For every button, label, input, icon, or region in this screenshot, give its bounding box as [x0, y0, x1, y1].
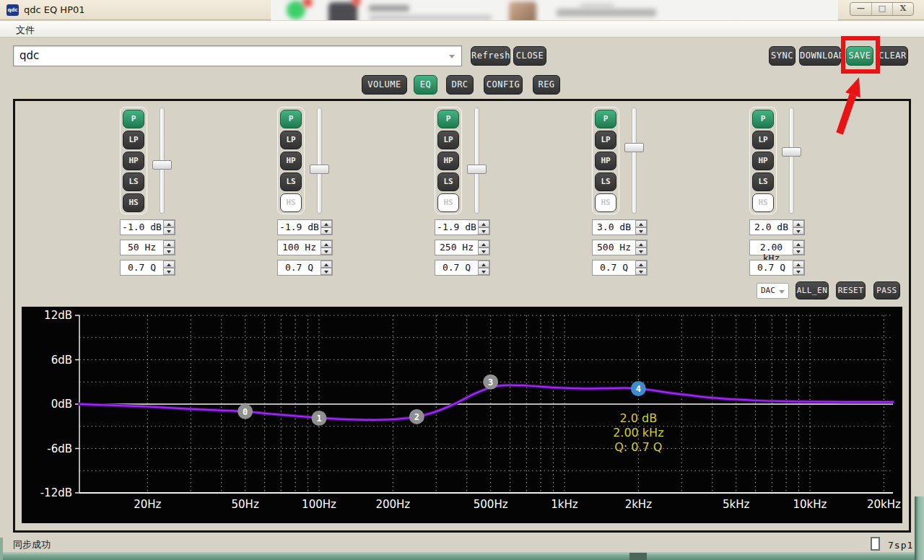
band2-gain-slider-track[interactable] [317, 108, 322, 214]
band5-freq-spinbox[interactable]: 2.00 kHz [749, 240, 805, 255]
band3-filter-hs[interactable]: HS [437, 193, 459, 212]
pass-button[interactable]: PASS [873, 281, 900, 299]
spin-down-button[interactable] [635, 268, 647, 275]
spin-down-button[interactable] [321, 268, 332, 275]
band4-freq-spinbox[interactable]: 500 Hz [592, 240, 648, 255]
band4-gain-slider-track[interactable] [632, 108, 637, 214]
spin-up-button[interactable] [635, 261, 647, 268]
close-window-button[interactable]: X [892, 3, 913, 15]
band1-filter-hp[interactable]: HP [123, 152, 144, 170]
band2-freq-spinbox[interactable]: 100 Hz [277, 240, 333, 255]
spin-up-button[interactable] [793, 240, 804, 248]
band2-gain-slider-handle[interactable] [310, 165, 329, 174]
band3-gain-slider-track[interactable] [474, 108, 479, 214]
download-button[interactable]: DOWNLOAD [799, 46, 841, 66]
spin-down-button[interactable] [793, 268, 804, 275]
spin-down-button[interactable] [478, 268, 489, 275]
band5-q-spinbox[interactable]: 0.7 Q [749, 260, 805, 276]
spin-down-button[interactable] [163, 227, 175, 235]
spin-down-button[interactable] [321, 248, 332, 255]
spin-up-button[interactable] [478, 261, 489, 268]
spin-up-button[interactable] [163, 220, 175, 227]
band2-filter-lp[interactable]: LP [280, 131, 302, 149]
band4-filter-hs[interactable]: HS [595, 193, 616, 212]
band1-filter-lp[interactable]: LP [123, 131, 144, 149]
tab-config[interactable]: CONFIG [484, 75, 523, 95]
spin-down-button[interactable] [163, 248, 175, 255]
band4-gain-slider-handle[interactable] [624, 143, 644, 152]
refresh-button[interactable]: Refresh [471, 46, 510, 66]
spin-up-button[interactable] [321, 220, 332, 227]
band1-q-spinbox[interactable]: 0.7 Q [120, 260, 175, 276]
tab-volume[interactable]: VOLUME [362, 75, 407, 95]
spin-down-button[interactable] [793, 248, 804, 255]
spin-up-button[interactable] [478, 220, 489, 227]
band1-filter-p[interactable]: P [123, 110, 144, 128]
band2-filter-ls[interactable]: LS [280, 172, 302, 191]
spin-up-button[interactable] [478, 240, 489, 248]
spin-up-button[interactable] [163, 240, 175, 248]
band5-filter-p[interactable]: P [752, 110, 774, 128]
spin-up-button[interactable] [635, 220, 647, 227]
band1-freq-spinbox[interactable]: 50 Hz [120, 240, 175, 255]
band5-gain-slider-track[interactable] [789, 108, 794, 214]
all-en-button[interactable]: ALL_EN [796, 281, 829, 299]
spin-up-button[interactable] [163, 261, 175, 268]
band3-filter-ls[interactable]: LS [437, 172, 459, 191]
band4-filter-lp[interactable]: LP [595, 131, 616, 149]
band3-filter-lp[interactable]: LP [437, 131, 459, 149]
band4-q-spinbox[interactable]: 0.7 Q [592, 260, 648, 276]
band1-gain-slider-handle[interactable] [152, 160, 172, 170]
band1-filter-hs[interactable]: HS [123, 193, 144, 212]
dac-combobox[interactable]: DAC [757, 283, 789, 299]
band3-gain-spinbox[interactable]: -1.9 dB [435, 219, 490, 235]
band4-filter-ls[interactable]: LS [595, 172, 616, 191]
band1-filter-ls[interactable]: LS [123, 172, 144, 191]
reset-button[interactable]: RESET [836, 281, 866, 299]
band4-filter-hp[interactable]: HP [595, 152, 616, 170]
spin-up-button[interactable] [635, 240, 647, 248]
spin-up-button[interactable] [793, 261, 804, 268]
menu-file[interactable]: 文件 [12, 23, 39, 38]
band3-q-spinbox[interactable]: 0.7 Q [435, 260, 490, 276]
band2-filter-hs[interactable]: HS [280, 193, 302, 212]
close-button[interactable]: CLOSE [513, 46, 546, 66]
spin-down-button[interactable] [478, 248, 489, 255]
maximize-button[interactable]: □ [871, 3, 892, 15]
tab-eq[interactable]: EQ [414, 75, 437, 95]
spin-down-button[interactable] [793, 227, 804, 235]
spin-up-button[interactable] [793, 220, 804, 227]
band2-gain-spinbox[interactable]: -1.9 dB [277, 219, 333, 235]
spin-up-button[interactable] [321, 261, 332, 268]
spin-down-button[interactable] [321, 227, 332, 235]
tab-drc[interactable]: DRC [446, 75, 474, 95]
band3-freq-spinbox[interactable]: 250 Hz [435, 240, 490, 255]
spin-down-button[interactable] [163, 268, 175, 275]
band5-filter-hs[interactable]: HS [752, 193, 774, 212]
band5-gain-slider-handle[interactable] [782, 147, 801, 157]
band5-filter-lp[interactable]: LP [752, 131, 774, 149]
band3-filter-p[interactable]: P [437, 110, 459, 128]
band2-q-spinbox[interactable]: 0.7 Q [277, 260, 333, 276]
band5-filter-hp[interactable]: HP [752, 152, 774, 170]
band3-gain-slider-handle[interactable] [467, 165, 487, 174]
spin-up-button[interactable] [321, 240, 332, 248]
band5-gain-spinbox[interactable]: 2.0 dB [749, 219, 805, 235]
band4-filter-p[interactable]: P [595, 110, 616, 128]
minimize-button[interactable]: — [850, 3, 871, 15]
save-button[interactable]: SAVE [846, 46, 873, 66]
band3-filter-hp[interactable]: HP [437, 152, 459, 170]
clear-button[interactable]: CLEAR [877, 46, 908, 66]
preset-combobox[interactable]: qdc [13, 45, 462, 66]
sync-button[interactable]: SYNC [769, 46, 796, 66]
band2-filter-hp[interactable]: HP [280, 152, 302, 170]
eq-response-graph[interactable]: 12dB6dB0dB-6dB-12dB20Hz50Hz100Hz200Hz500… [22, 307, 902, 523]
tab-reg[interactable]: REG [533, 75, 560, 95]
spin-down-button[interactable] [635, 227, 647, 235]
band2-filter-p[interactable]: P [280, 110, 302, 128]
spin-down-button[interactable] [635, 248, 647, 255]
band4-gain-spinbox[interactable]: 3.0 dB [592, 219, 648, 235]
spin-down-button[interactable] [478, 227, 489, 235]
band1-gain-spinbox[interactable]: -1.0 dB [120, 219, 175, 235]
band5-filter-ls[interactable]: LS [752, 172, 774, 191]
